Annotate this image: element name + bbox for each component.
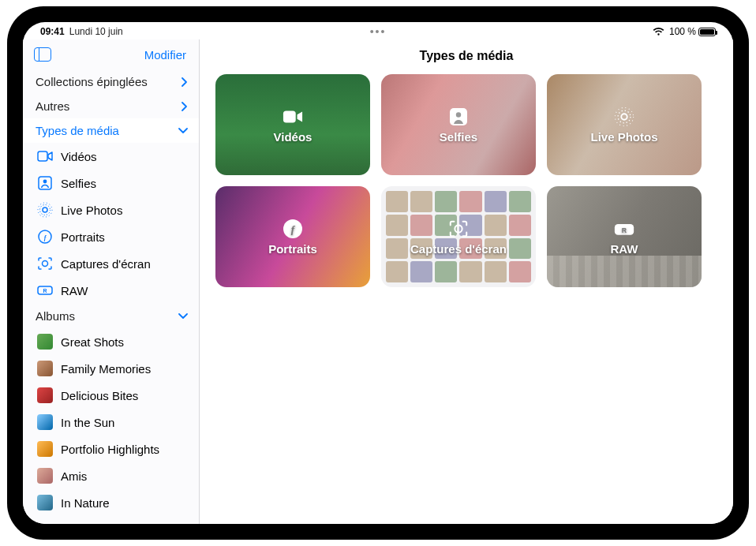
album-thumbnail [37,414,53,430]
video-icon [283,107,303,127]
sidebar-item-label: RAW [61,284,188,297]
svg-point-14 [621,114,627,119]
screenshot-icon [448,219,469,239]
album-thumbnail [37,387,53,403]
sidebar-item-label: Selfies [61,177,188,190]
sidebar-section-pinned[interactable]: Collections épinglées [23,69,199,94]
sidebar-section-others[interactable]: Autres [23,94,199,118]
sidebar-item-livephotos[interactable]: Live Photos [23,196,199,223]
sidebar-album-item[interactable]: In Nature [23,489,199,516]
sidebar-item-label: Portfolio Highlights [61,443,188,456]
sidebar-item-label: Great Shots [61,335,188,349]
sidebar-item-portraits[interactable]: f Portraits [23,223,199,250]
sidebar-section-media-types[interactable]: Types de média [23,118,199,143]
livephoto-icon [37,202,53,218]
portrait-icon: f [37,229,53,245]
battery-text: 100 % [669,26,696,37]
sidebar: Modifier Collections épinglées Autres Ty… [23,39,200,524]
chevron-down-icon [178,128,188,134]
card-screenshots[interactable]: Captures d'écran [381,186,536,287]
raw-icon: R [614,219,634,239]
album-thumbnail [37,334,53,350]
modify-button[interactable]: Modifier [144,48,186,62]
card-label: Captures d'écran [410,242,507,256]
sidebar-item-label: Family Memories [61,362,188,376]
card-raw[interactable]: R RAW [547,186,702,287]
sidebar-item-label: Live Photos [61,204,188,217]
svg-text:R: R [622,226,627,234]
svg-point-8 [43,261,48,267]
screen: 09:41 Lundi 10 juin ••• 100 % Modifier [23,22,733,524]
card-portraits[interactable]: f Portraits [215,186,370,287]
status-date: Lundi 10 juin [69,26,123,37]
crosswalk-bg [547,256,702,287]
sidebar-item-raw[interactable]: R RAW [23,277,199,304]
svg-point-15 [618,110,631,123]
album-thumbnail [37,495,53,510]
sidebar-item-label: Amis [61,469,188,483]
sidebar-album-item[interactable]: Family Memories [23,355,199,382]
sidebar-item-videos[interactable]: Vidéos [23,143,199,170]
sidebar-section-albums[interactable]: Albums [23,304,199,328]
sidebar-item-label: In the Sun [61,416,188,429]
sidebar-album-item[interactable]: In the Sun [23,409,199,436]
selfie-icon [448,107,469,127]
svg-point-13 [456,112,461,117]
card-label: Selfies [440,130,477,144]
raw-icon: R [37,282,53,298]
card-livephotos[interactable]: Live Photos [547,74,702,175]
app-content: Modifier Collections épinglées Autres Ty… [23,39,733,524]
page-title: Types de média [200,39,733,74]
svg-text:f: f [44,234,47,241]
svg-point-4 [40,205,51,215]
sidebar-item-label: In Nature [61,496,188,510]
battery-indicator: 100 % [669,26,716,37]
sidebar-album-item[interactable]: Great Shots [23,328,199,355]
chevron-down-icon [178,313,188,320]
chevron-right-icon [182,102,188,111]
album-thumbnail [37,441,53,457]
status-bar: 09:41 Lundi 10 juin ••• 100 % [23,22,733,39]
album-thumbnail [37,468,53,484]
main-pane: Types de média Vidéos [200,39,733,524]
media-type-grid: Vidéos Selfies [200,74,733,287]
svg-point-3 [43,208,47,212]
card-label: Portraits [268,242,317,256]
card-label: Vidéos [274,130,313,144]
screenshot-icon [37,256,53,271]
card-selfies[interactable]: Selfies [381,74,536,175]
svg-point-2 [43,180,47,184]
multitask-dots-icon[interactable]: ••• [370,25,387,38]
sidebar-item-label: Captures d'écran [61,257,188,271]
svg-rect-11 [283,110,296,122]
sidebar-album-item[interactable]: Portfolio Highlights [23,436,199,462]
card-label: Live Photos [590,130,657,144]
battery-icon [698,28,716,36]
sidebar-album-item[interactable]: Delicious Bites [23,382,199,409]
chevron-right-icon [182,77,188,87]
svg-text:R: R [43,288,47,294]
sidebar-item-label: Delicious Bites [61,389,188,402]
sidebar-item-selfies[interactable]: Selfies [23,170,199,196]
card-videos[interactable]: Vidéos [215,74,370,175]
selfie-icon [37,175,53,191]
livephoto-icon [614,107,634,127]
sidebar-item-screenshots[interactable]: Captures d'écran [23,250,199,277]
sidebar-item-label: Portraits [61,230,188,244]
sidebar-item-label: Vidéos [61,150,188,163]
svg-point-19 [455,225,462,232]
status-time: 09:41 [40,26,65,37]
video-icon [37,148,53,164]
wifi-icon [653,28,664,36]
card-label: RAW [611,242,638,256]
album-thumbnail [37,361,53,376]
sidebar-album-item[interactable]: Amis [23,462,199,489]
portrait-icon: f [283,219,303,239]
svg-rect-0 [38,151,47,161]
sidebar-toggle-icon[interactable] [34,47,51,62]
ipad-frame: 09:41 Lundi 10 juin ••• 100 % Modifier [7,6,749,540]
